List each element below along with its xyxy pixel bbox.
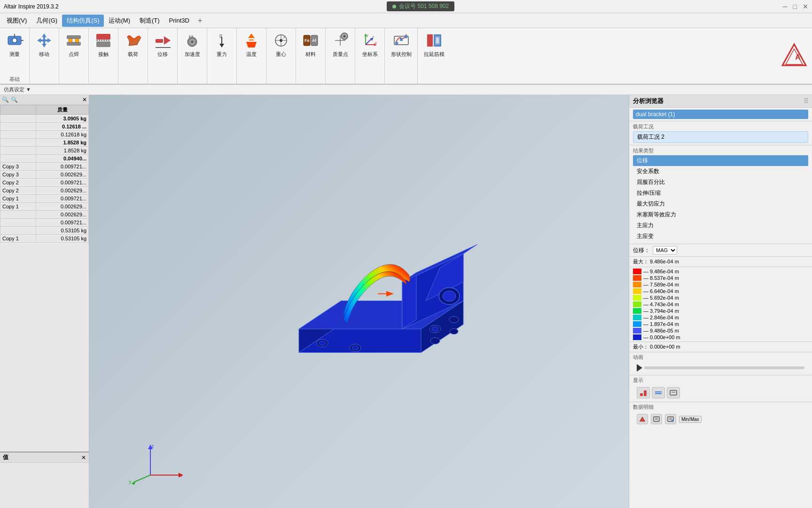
coordinate-system-button[interactable]: x y z 坐标系 <box>357 29 383 60</box>
model-name-item[interactable]: dual bracket (1) <box>633 110 808 119</box>
table-row[interactable]: Copy 10.53105 kg <box>0 235 89 243</box>
shape-control-button[interactable]: 形状控制 <box>388 29 414 60</box>
viewport[interactable]: z x y <box>89 95 629 508</box>
draw-bead-label: 拉延筋模 <box>424 51 445 58</box>
lower-left-panel: 值 ✕ <box>0 452 89 508</box>
move-button[interactable]: 移动 <box>31 29 57 60</box>
analysis-browser-header: 分析浏览器 ⠿ <box>629 95 812 108</box>
menu-item-manufacture[interactable]: 制造(T) <box>135 15 164 27</box>
row-name: Copy 1 <box>0 195 36 203</box>
detail-icon-2[interactable] <box>651 414 662 424</box>
legend-entry: — 1.897e-04 m <box>633 321 808 327</box>
table-row[interactable]: Copy 10.002629... <box>0 203 89 211</box>
play-button[interactable] <box>637 364 642 372</box>
display-section: 显示 <box>629 375 812 402</box>
3d-model <box>261 207 506 397</box>
sim-settings-label[interactable]: 仿真设定 ▼ <box>4 86 31 93</box>
close-button[interactable]: ✕ <box>803 3 808 10</box>
table-row[interactable]: Copy 30.009721... <box>0 163 89 171</box>
svg-marker-61 <box>782 44 806 65</box>
right-panel: 分析浏览器 ⠿ dual bracket (1) 载荷工况 载荷工况 2 结果类… <box>629 95 812 508</box>
displacement-mode-select[interactable]: MAG X Y Z <box>653 246 677 254</box>
minimize-button[interactable]: ─ <box>783 3 788 10</box>
mass-point-button[interactable]: 质量点 <box>328 29 353 60</box>
table-row[interactable]: 0.12618 ... <box>0 123 89 131</box>
legend-entry: — 3.794e-04 m <box>633 308 808 314</box>
data-detail-controls: Min/Max <box>633 412 808 426</box>
menu-item-geometry[interactable]: 几何(G) <box>31 15 62 27</box>
gravity-button[interactable]: g 重力 <box>209 29 234 60</box>
table-row[interactable]: 3.0905 kg <box>0 115 89 123</box>
move-label: 移动 <box>39 51 49 58</box>
lower-panel-close[interactable]: ✕ <box>81 454 86 461</box>
svg-marker-100 <box>640 417 645 421</box>
minmax-button[interactable]: Min/Max <box>679 416 702 423</box>
svg-text:Al: Al <box>312 38 316 43</box>
display-icon-1[interactable] <box>637 387 650 398</box>
material-button[interactable]: Fe Al 材料 <box>298 29 323 60</box>
displacement-button[interactable]: 位移 <box>150 29 175 60</box>
table-row[interactable]: Copy 20.002629... <box>0 187 89 195</box>
svg-rect-107 <box>671 420 673 421</box>
row-name <box>0 155 36 163</box>
table-row[interactable]: Copy 20.009721... <box>0 179 89 187</box>
legend-value-label: — 0.000e+00 m <box>643 334 680 340</box>
search-icon[interactable]: 🔍 <box>2 96 9 103</box>
result-type-item[interactable]: 屈服百分比 <box>633 177 808 188</box>
menu-item-view[interactable]: 视图(V) <box>2 15 31 27</box>
table-row[interactable]: 0.04940... <box>0 155 89 163</box>
load-case-selected[interactable]: 载荷工况 2 <box>633 131 808 143</box>
table-row[interactable]: 0.53105 kg <box>0 227 89 235</box>
menu-item-print3d[interactable]: Print3D <box>164 15 194 26</box>
table-row[interactable]: Copy 30.002629... <box>0 171 89 179</box>
menubar: 视图(V) 几何(G) 结构仿真(S) 运动(M) 制造(T) Print3D … <box>0 13 812 28</box>
titlebar-controls[interactable]: ─ □ ✕ <box>783 3 808 10</box>
result-type-item[interactable]: 拉伸/压缩 <box>633 188 808 198</box>
table-row[interactable]: 0.12618 kg <box>0 131 89 139</box>
titlebar: Altair Inspire 2019.3.2 会议号 501 508 902 … <box>0 0 812 13</box>
svg-point-43 <box>344 35 346 38</box>
load-button[interactable]: 载荷 <box>120 29 146 60</box>
result-type-item[interactable]: 米塞斯等效应力 <box>633 209 808 220</box>
detail-icon-1[interactable] <box>637 414 648 424</box>
measure-button[interactable]: 测量 <box>2 29 27 60</box>
table-row[interactable]: 1.8528 kg <box>0 147 89 155</box>
result-type-item[interactable]: 最大切应力 <box>633 198 808 209</box>
spot-weld-button[interactable]: 点焊 <box>61 29 86 60</box>
load-case-section: 载荷工况 载荷工况 2 <box>629 121 812 145</box>
legend-entry: — 8.537e-04 m <box>633 275 808 281</box>
table-row[interactable]: Copy 10.009721... <box>0 195 89 203</box>
svg-rect-11 <box>67 42 81 46</box>
row-name: Copy 1 <box>0 203 36 211</box>
svg-point-13 <box>75 39 79 42</box>
center-of-gravity-button[interactable]: 重心 <box>268 29 294 60</box>
result-type-item[interactable]: 位移 <box>633 155 808 166</box>
table-row[interactable]: 1.8528 kg <box>0 139 89 147</box>
result-type-item[interactable]: 主应力 <box>633 220 808 231</box>
lower-panel-title: 值 <box>3 453 8 461</box>
animation-track[interactable] <box>644 366 804 369</box>
contact-button[interactable]: 接触 <box>91 29 116 60</box>
menu-item-motion[interactable]: 运动(M) <box>104 15 135 27</box>
panel-header: 🔍 🔍 ✕ <box>0 95 89 105</box>
row-name: Copy 2 <box>0 179 36 187</box>
temperature-button[interactable]: 温度 <box>239 29 264 60</box>
panel-close-icon[interactable]: ✕ <box>82 96 87 103</box>
acceleration-button[interactable]: ω 加速度 <box>180 29 205 60</box>
draw-bead-icon <box>425 31 444 50</box>
result-type-item[interactable]: 安全系数 <box>633 166 808 177</box>
detail-icon-3[interactable] <box>665 414 676 424</box>
table-row[interactable]: 0.002629... <box>0 211 89 219</box>
table-row[interactable]: 0.009721... <box>0 219 89 227</box>
maximize-button[interactable]: □ <box>793 3 797 10</box>
menu-item-simulation[interactable]: 结构仿真(S) <box>62 15 104 27</box>
display-icon-2[interactable] <box>652 387 665 398</box>
result-type-item[interactable]: 主应变 <box>633 231 808 242</box>
draw-bead-button[interactable]: 拉延筋模 <box>421 29 447 60</box>
row-name <box>0 115 36 123</box>
display-icons <box>633 385 808 400</box>
legend-entry: — 9.486e-04 m <box>633 268 808 275</box>
display-icon-3[interactable] <box>667 387 680 398</box>
add-tab-button[interactable]: + <box>194 15 206 27</box>
expand-icon[interactable]: 🔍 <box>11 96 18 103</box>
